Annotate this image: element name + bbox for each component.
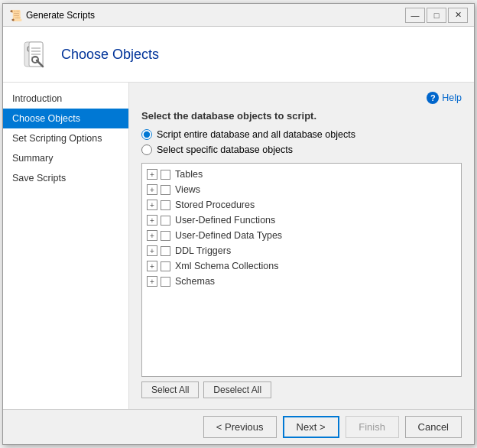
expand-views[interactable]: + xyxy=(147,184,157,195)
window-controls: — □ ✕ xyxy=(405,8,468,23)
tree-item-user-defined-data-types[interactable]: + User-Defined Data Types xyxy=(142,228,461,243)
dialog-header: Choose Objects xyxy=(3,27,474,83)
tree-item-ddl-triggers[interactable]: + DDL Triggers xyxy=(142,243,461,258)
tree-item-views[interactable]: + Views xyxy=(142,182,461,197)
checkbox-tables[interactable] xyxy=(161,170,170,180)
tree-item-user-defined-functions[interactable]: + User-Defined Functions xyxy=(142,213,461,228)
checkbox-user-defined-data-types[interactable] xyxy=(161,231,170,241)
cancel-button[interactable]: Cancel xyxy=(405,416,462,438)
maximize-button[interactable]: □ xyxy=(427,8,446,23)
expand-user-defined-data-types[interactable]: + xyxy=(147,230,157,241)
checkbox-schemas[interactable] xyxy=(161,277,170,287)
sidebar-item-choose-objects[interactable]: Choose Objects xyxy=(3,109,128,128)
tree-item-xml-schema-collections[interactable]: + Xml Schema Collections xyxy=(142,258,461,274)
minimize-button[interactable]: — xyxy=(405,8,425,23)
window-title: Generate Scripts xyxy=(26,10,405,21)
sidebar-item-set-scripting-options[interactable]: Set Scripting Options xyxy=(3,128,128,148)
radio-group: Script entire database and all database … xyxy=(141,129,462,155)
sidebar-item-save-scripts[interactable]: Save Scripts xyxy=(3,168,128,188)
expand-stored-procedures[interactable]: + xyxy=(147,200,157,210)
help-link[interactable]: ? Help xyxy=(427,92,462,104)
help-icon: ? xyxy=(427,92,439,104)
title-bar: 📜 Generate Scripts — □ ✕ xyxy=(3,4,474,27)
tree-item-schemas[interactable]: + Schemas xyxy=(142,274,461,289)
tree-item-tables[interactable]: + Tables xyxy=(142,167,461,182)
expand-user-defined-functions[interactable]: + xyxy=(147,215,157,226)
main-window: 📜 Generate Scripts — □ ✕ Choose Objects xyxy=(2,3,475,445)
radio-entire-input[interactable] xyxy=(141,129,152,140)
footer: < Previous Next > Finish Cancel xyxy=(3,409,474,444)
box-buttons: Select All Deselect All xyxy=(141,381,462,398)
radio-entire[interactable]: Script entire database and all database … xyxy=(141,129,462,140)
radio-specific-input[interactable] xyxy=(141,144,152,155)
objects-tree[interactable]: + Tables + Views + Stored Procedures + xyxy=(141,163,462,377)
window-icon: 📜 xyxy=(9,9,21,21)
deselect-all-button[interactable]: Deselect All xyxy=(203,381,271,398)
dialog-title: Choose Objects xyxy=(61,47,159,63)
finish-button[interactable]: Finish xyxy=(346,416,399,438)
help-label: Help xyxy=(442,93,462,103)
script-scroll-icon xyxy=(15,36,52,73)
tree-item-stored-procedures[interactable]: + Stored Procedures xyxy=(142,197,461,213)
section-label: Select the database objects to script. xyxy=(141,110,462,122)
content-area: Introduction Choose Objects Set Scriptin… xyxy=(3,83,474,409)
sidebar-item-introduction[interactable]: Introduction xyxy=(3,89,128,109)
select-all-button[interactable]: Select All xyxy=(141,381,199,398)
checkbox-user-defined-functions[interactable] xyxy=(161,216,170,226)
checkbox-ddl-triggers[interactable] xyxy=(161,246,170,256)
sidebar-item-summary[interactable]: Summary xyxy=(3,148,128,168)
sidebar: Introduction Choose Objects Set Scriptin… xyxy=(3,83,129,409)
next-button[interactable]: Next > xyxy=(283,416,339,438)
previous-button[interactable]: < Previous xyxy=(203,416,277,438)
close-button[interactable]: ✕ xyxy=(448,8,468,23)
checkbox-views[interactable] xyxy=(161,185,170,195)
main-panel: ? Help Select the database objects to sc… xyxy=(129,83,474,409)
expand-tables[interactable]: + xyxy=(147,169,157,180)
expand-ddl-triggers[interactable]: + xyxy=(147,245,157,256)
expand-xml-schema-collections[interactable]: + xyxy=(147,261,157,271)
help-row: ? Help xyxy=(141,92,462,104)
checkbox-stored-procedures[interactable] xyxy=(161,200,170,210)
checkbox-xml-schema-collections[interactable] xyxy=(161,261,170,271)
expand-schemas[interactable]: + xyxy=(147,276,157,287)
radio-specific[interactable]: Select specific database objects xyxy=(141,144,462,155)
